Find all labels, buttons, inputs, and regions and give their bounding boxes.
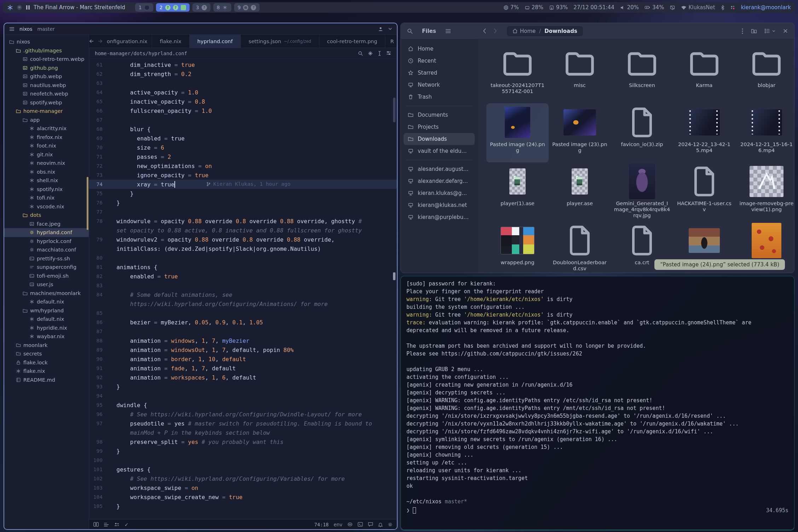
tree-item-github.webp[interactable]: github.webp <box>4 72 89 81</box>
app-menu-icon[interactable] <box>445 29 451 33</box>
code-line-99[interactable]: 99 } <box>89 446 397 456</box>
code-editor[interactable]: 61 dim_inactive = true62 dim_strength = … <box>89 59 397 519</box>
file-item-pasted-image--24-.png[interactable]: Pasted image (24).png <box>486 103 549 162</box>
collab-icon[interactable] <box>114 522 120 527</box>
chat-icon[interactable] <box>368 522 373 527</box>
tree-item-macchiato.conf[interactable]: macchiato.conf <box>4 245 89 254</box>
folder-search-icon[interactable] <box>751 28 757 34</box>
status-check[interactable]: ✓ <box>125 522 128 527</box>
sidebar-item-trash[interactable]: Trash <box>404 91 475 103</box>
volume-stat[interactable]: 20% <box>620 4 639 11</box>
tree-item-github.png[interactable]: github.png <box>4 64 89 73</box>
code-line-69[interactable]: 69 enabled = true <box>89 134 397 143</box>
sidebar-item-alesander-august-[interactable]: alesander.august… <box>404 163 475 175</box>
cursor-position[interactable]: 74:18 <box>314 522 329 527</box>
tree-item-hyprland.conf[interactable]: hyprland.conf <box>4 228 89 237</box>
file-item-image-removebg-preview-1-.png[interactable]: image-removebg-preview(1).png <box>735 162 794 221</box>
tree-item-spotify.nix[interactable]: spotify.nix <box>4 185 89 194</box>
sidebar-item-alexander-defarg-[interactable]: alexander.defarg… <box>404 175 475 187</box>
tree-item-flake.lock[interactable]: flake.lock <box>4 358 89 367</box>
code-line-81[interactable]: 81 animations { <box>89 262 397 272</box>
sidebar-item-kieran-purplebu-[interactable]: kieran@purplebu… <box>404 211 475 223</box>
tree-item-home-manager[interactable]: home-manager <box>4 107 89 116</box>
code-line-103[interactable]: 103 workspace_swipe = on <box>89 483 397 492</box>
code-line-63[interactable]: 63 <box>89 79 397 88</box>
project-name[interactable]: nixos <box>19 26 32 32</box>
search-icon[interactable] <box>407 28 413 34</box>
code-line-67[interactable]: 67 <box>89 115 397 125</box>
file-item-karma[interactable]: Karma <box>673 44 735 103</box>
tree-item-hyprlock.conf[interactable]: hyprlock.conf <box>4 237 89 246</box>
sidebar-item-home[interactable]: Home <box>404 43 475 55</box>
workspace-1[interactable]: 1 <box>135 3 153 12</box>
workspace-2[interactable]: 2?? <box>156 3 190 12</box>
tree-item-.github-images[interactable]: .github/images <box>4 46 89 55</box>
tree-item-neovim.nix[interactable]: neovim.nix <box>4 159 89 168</box>
code-line-100[interactable]: 100 <box>89 456 397 465</box>
tree-item-default.nix[interactable]: default.nix <box>4 315 89 324</box>
file-item-takeout-20241207t155714z-001[interactable]: takeout-20241207T155714Z-001 <box>486 44 549 103</box>
view-toggle-icon[interactable] <box>765 29 775 33</box>
sidebar-item-starred[interactable]: Starred <box>404 67 475 79</box>
kebab-menu-icon[interactable] <box>742 28 743 34</box>
nav-back-icon[interactable] <box>89 39 94 43</box>
chevron-down-icon[interactable] <box>388 28 392 30</box>
tree-item-spotify.webp[interactable]: spotify.webp <box>4 98 89 107</box>
menu-icon[interactable] <box>9 27 15 31</box>
workspace-9[interactable]: 9? <box>234 3 260 12</box>
code-line-92[interactable]: 92 animation = workspaces, 1, 6, default <box>89 373 397 382</box>
code-line-98[interactable]: 98 preserve_split = yes # you probably w… <box>89 437 397 446</box>
sidebar-item-kieran-klukas-g-[interactable]: kieran.klukas@g… <box>404 187 475 199</box>
code-line-94[interactable]: 94 <box>89 391 397 400</box>
file-item-blobjar[interactable]: blobjar <box>735 44 794 103</box>
tree-item-alacritty.nix[interactable]: alacritty.nix <box>4 124 89 133</box>
tree-item-vscode.nix[interactable]: vscode.nix <box>4 202 89 211</box>
code-line-76[interactable]: 76 } <box>89 198 397 207</box>
tray-app-icon[interactable] <box>730 5 735 10</box>
code-line-83[interactable]: 83 <box>89 281 397 290</box>
code-line-85[interactable]: 85 <box>89 308 397 318</box>
code-line-90[interactable]: 90 animation = border, 1, 10, default <box>89 354 397 364</box>
path-bar[interactable]: Home / Downloads <box>507 26 583 36</box>
terminal-panel-icon[interactable] <box>358 522 363 527</box>
tree-item-default.nix[interactable]: default.nix <box>4 297 89 306</box>
back-icon[interactable] <box>483 28 486 34</box>
bluetooth-icon[interactable] <box>721 5 724 10</box>
tree-item-wm-hyprland[interactable]: wm/hyprland <box>4 306 89 315</box>
sidebar-item-documents[interactable]: Documents <box>404 109 475 121</box>
toggle-settings-icon[interactable] <box>386 51 391 56</box>
tree-item-nixos[interactable]: nixos <box>4 37 89 46</box>
tree-item-readme.md[interactable]: README.md <box>4 376 89 384</box>
tab-hyprland.conf[interactable]: hyprland.conf <box>190 35 241 48</box>
env-label[interactable]: env <box>334 522 342 527</box>
spotify-icon[interactable] <box>17 5 22 10</box>
tab-flake.nix[interactable]: flake.nix <box>152 35 190 48</box>
tree-item-git.nix[interactable]: git.nix <box>4 150 89 159</box>
code-line-80[interactable]: 80 <box>89 253 397 262</box>
code-line-70[interactable]: 70 size = 6 <box>89 143 397 152</box>
tree-item-tofi.nix[interactable]: tofi.nix <box>4 193 89 202</box>
panel-scrollbar[interactable] <box>87 177 88 230</box>
code-line-65[interactable]: 65 inactive_opacity = 0.8 <box>89 97 397 106</box>
sidebar-item-vault-of-the-eldu-[interactable]: vault of the eldu… <box>404 145 475 157</box>
tree-item-neofetch.webp[interactable]: neofetch.webp <box>4 89 89 98</box>
code-line-74[interactable]: 74 xray = trueKieran Klukas, 1 hour ago <box>89 180 397 189</box>
pause-icon[interactable] <box>26 5 30 10</box>
git-branch-label[interactable]: master <box>37 26 54 32</box>
tree-item-face.jpeg[interactable]: face.jpeg <box>4 220 89 229</box>
code-line-96[interactable]: 96 # See https://wiki.hyprland.org/Confi… <box>89 410 397 419</box>
avatar-icon[interactable] <box>378 26 383 32</box>
code-line-79[interactable]: 79 windowrulev2 = opacity 0.88 override … <box>89 235 397 244</box>
tree-item-tofi-emoji.sh[interactable]: tofi-emoji.sh <box>4 272 89 281</box>
code-line-wrap[interactable]: https://wiki.hyprland.org/Configuring/An… <box>89 299 397 308</box>
terminal-window[interactable]: [sudo] password for kierank:Place your f… <box>400 276 794 530</box>
code-line-105[interactable]: 105 } <box>89 502 397 511</box>
code-line-91[interactable]: 91 animation = fade, 1, 7, default <box>89 364 397 373</box>
code-line-73[interactable]: 73 ignore_opacity = true <box>89 170 397 180</box>
code-line-86[interactable]: 86 bezier = myBezier, 0.05, 0.9, 0.1, 1.… <box>89 318 397 327</box>
tree-item-dots[interactable]: dots <box>4 211 89 220</box>
tree-item-moonlark[interactable]: moonlark <box>4 341 89 350</box>
code-line-wrap[interactable]: initialClass: (dev.zed.Zed|spotify|Slack… <box>89 244 397 253</box>
diagnostics-icon[interactable] <box>93 522 99 527</box>
file-item-doubloonleaderboard.csv[interactable]: DoubloonLeaderboard.csv <box>549 221 611 273</box>
